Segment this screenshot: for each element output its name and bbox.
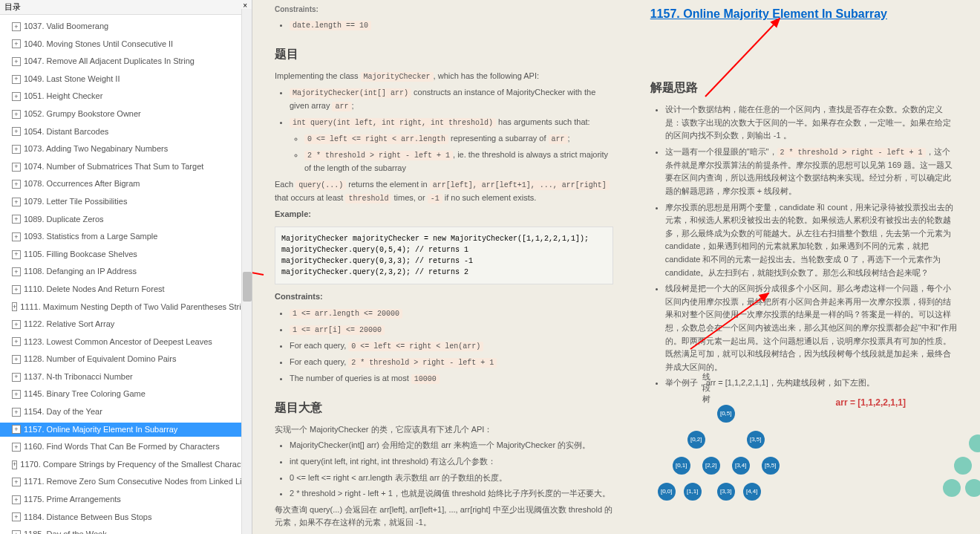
sidebar-item[interactable]: +1093. Statistics from a Large Sample — [0, 229, 252, 244]
sidebar-item[interactable]: +1145. Binary Tree Coloring Game — [0, 387, 252, 402]
sidebar-item[interactable]: +1089. Duplicate Zeros — [0, 212, 252, 227]
expand-icon[interactable]: + — [12, 530, 21, 534]
sidebar-item-label: 1089. Duplicate Zeros — [24, 213, 104, 227]
expand-icon[interactable]: + — [12, 267, 21, 276]
tree-node: [3,4] — [732, 457, 750, 475]
sidebar-item[interactable]: +1175. Prime Arrangements — [0, 492, 252, 507]
expand-icon[interactable]: + — [12, 145, 21, 154]
tree-node — [954, 457, 972, 475]
expand-icon[interactable]: + — [12, 320, 21, 329]
sidebar-item[interactable]: +1171. Remove Zero Sum Consecutive Nodes… — [0, 475, 252, 489]
expand-icon[interactable]: + — [12, 57, 21, 66]
expand-icon[interactable]: + — [12, 215, 21, 224]
problem-title-link[interactable]: 1157. Online Majority Element In Subarra… — [650, 7, 958, 21]
tree-node: [0,5] — [717, 405, 735, 423]
sidebar-item[interactable]: +1185. Day of the Week — [0, 527, 252, 534]
sidebar-item[interactable]: +1054. Distant Barcodes — [0, 125, 252, 140]
tree-node: [0,1] — [673, 457, 690, 475]
sidebar-item-label: 1054. Distant Barcodes — [24, 126, 108, 139]
expand-icon[interactable]: + — [12, 355, 21, 364]
expand-icon[interactable]: + — [12, 408, 21, 417]
heading-problem: 题目 — [275, 47, 613, 62]
sidebar-item-label: 1175. Prime Arrangements — [24, 493, 121, 507]
sidebar-item[interactable]: +1184. Distance Between Bus Stops — [0, 510, 252, 525]
cn-api-4: 2 * threshold > right - left + 1，也就是说阈值 … — [290, 487, 613, 501]
sidebar-header: 目录 × — [0, 0, 252, 15]
sidebar-item-label: 1093. Statistics from a Large Sample — [24, 230, 157, 244]
content-left-column: Constraints: date.length == 10 题目 Implem… — [275, 7, 613, 527]
solution-p4: 线段树是把一个大的区间拆分成很多个小区间。那么考虑这样一个问题，每个小区间内使用… — [665, 282, 958, 374]
expand-icon[interactable]: + — [12, 180, 21, 189]
expand-icon[interactable]: + — [12, 443, 21, 452]
expand-icon[interactable]: + — [12, 495, 21, 504]
sidebar-item[interactable]: +1122. Relative Sort Array — [0, 317, 252, 332]
sidebar-item[interactable]: +1108. Defanging an IP Address — [0, 264, 252, 279]
constraint-3: For each query, 0 <= left <= right < len… — [290, 339, 613, 353]
sidebar-item[interactable]: +1047. Remove All Adjacent Duplicates In… — [0, 54, 252, 69]
expand-icon[interactable]: + — [12, 127, 21, 136]
api-item-2: int query(int left, int right, int thres… — [290, 116, 613, 175]
sidebar-item-label: 1108. Defanging an IP Address — [24, 265, 137, 279]
expand-icon[interactable]: + — [12, 460, 17, 469]
tree-node: [1,1] — [684, 483, 702, 501]
scrollbar-vertical[interactable] — [241, 9, 252, 534]
expand-icon[interactable]: + — [12, 390, 21, 399]
expand-icon[interactable]: + — [12, 425, 21, 434]
expand-icon[interactable]: + — [12, 512, 21, 521]
example-code-block: MajorityChecker majorityChecker = new Ma… — [275, 227, 613, 284]
sidebar-title: 目录 — [4, 1, 21, 13]
sidebar-item[interactable]: +1074. Number of Submatrices That Sum to… — [0, 160, 252, 175]
expand-icon[interactable]: + — [12, 302, 17, 311]
heading-solution: 解题思路 — [650, 80, 958, 96]
sidebar-item[interactable]: +1110. Delete Nodes And Return Forest — [0, 282, 252, 297]
api-item-1: MajorityChecker(int[] arr) constructs an… — [290, 86, 613, 113]
sidebar-item[interactable]: +1105. Filling Bookcase Shelves — [0, 247, 252, 262]
expand-icon[interactable]: + — [12, 250, 21, 259]
expand-icon[interactable]: + — [12, 373, 21, 382]
expand-icon[interactable]: + — [12, 337, 21, 346]
sidebar-item[interactable]: +1111. Maximum Nesting Depth of Two Vali… — [0, 300, 252, 315]
sidebar-item-label: 1049. Last Stone Weight II — [24, 73, 120, 86]
expand-icon[interactable]: + — [12, 198, 21, 206]
sidebar-item-label: 1128. Number of Equivalent Domino Pairs — [24, 353, 176, 366]
expand-icon[interactable]: + — [12, 478, 21, 486]
sidebar-item[interactable]: +1128. Number of Equivalent Domino Pairs — [0, 352, 252, 367]
sidebar-item[interactable]: +1073. Adding Two Negabinary Numbers — [0, 142, 252, 157]
api-subitem-2: 2 * threshold > right - left + 1, ie. th… — [304, 149, 613, 175]
cn-api-3: 0 <= left <= right < arr.length 表示数组 arr… — [290, 472, 613, 485]
expand-icon[interactable]: + — [12, 232, 21, 241]
scroll-thumb[interactable] — [243, 272, 252, 302]
content-area: Constraints: date.length == 10 题目 Implem… — [252, 0, 980, 534]
expand-icon[interactable]: + — [12, 110, 21, 119]
cn-query: 每次查询 query(...) 会返回在 arr[left], arr[left… — [275, 504, 613, 530]
sidebar-item[interactable]: +1079. Letter Tile Possibilities — [0, 195, 252, 209]
constraints-label: Constraints: — [275, 292, 323, 301]
solution-p3: 摩尔投票的思想是用两个变量，candidate 和 count，用来记录待被投票… — [665, 201, 958, 280]
sidebar-item[interactable]: +1037. Valid Boomerang — [0, 19, 252, 34]
expand-icon[interactable]: + — [12, 163, 21, 172]
sidebar-item-label: 1105. Filling Bookcase Shelves — [24, 248, 137, 261]
expand-icon[interactable]: + — [12, 285, 21, 294]
sidebar-item[interactable]: +1157. Online Majority Element In Subarr… — [0, 423, 252, 437]
sidebar-item[interactable]: +1040. Moving Stones Until Consecutive I… — [0, 37, 252, 52]
sidebar-item-label: 1157. Online Majority Element In Subarra… — [24, 423, 177, 437]
sidebar-item[interactable]: +1154. Day of the Year — [0, 405, 252, 420]
sidebar-item[interactable]: +1078. Occurrences After Bigram — [0, 177, 252, 192]
problem-tree: +1037. Valid Boomerang+1040. Moving Ston… — [0, 15, 252, 534]
sidebar-item-label: 1073. Adding Two Negabinary Numbers — [24, 143, 168, 156]
sidebar-item[interactable]: +1052. Grumpy Bookstore Owner — [0, 107, 252, 122]
sidebar-item[interactable]: +1137. N-th Tribonacci Number — [0, 370, 252, 385]
tree-node: [2,2] — [702, 457, 720, 475]
expand-icon[interactable]: + — [12, 92, 21, 101]
sidebar-item[interactable]: +1123. Lowest Common Ancestor of Deepest… — [0, 335, 252, 350]
sidebar-item-label: 1170. Compare Strings by Frequency of th… — [20, 458, 250, 472]
sidebar-item[interactable]: +1160. Find Words That Can Be Formed by … — [0, 440, 252, 455]
sidebar-item[interactable]: +1051. Height Checker — [0, 89, 252, 104]
expand-icon[interactable]: + — [12, 39, 21, 48]
sidebar-item[interactable]: +1049. Last Stone Weight II — [0, 72, 252, 87]
expand-icon[interactable]: + — [12, 22, 21, 31]
tree-node: [5,5] — [762, 457, 780, 475]
sidebar-item-label: 1110. Delete Nodes And Return Forest — [24, 283, 165, 296]
expand-icon[interactable]: + — [12, 75, 21, 84]
sidebar-item[interactable]: +1170. Compare Strings by Frequency of t… — [0, 458, 252, 472]
